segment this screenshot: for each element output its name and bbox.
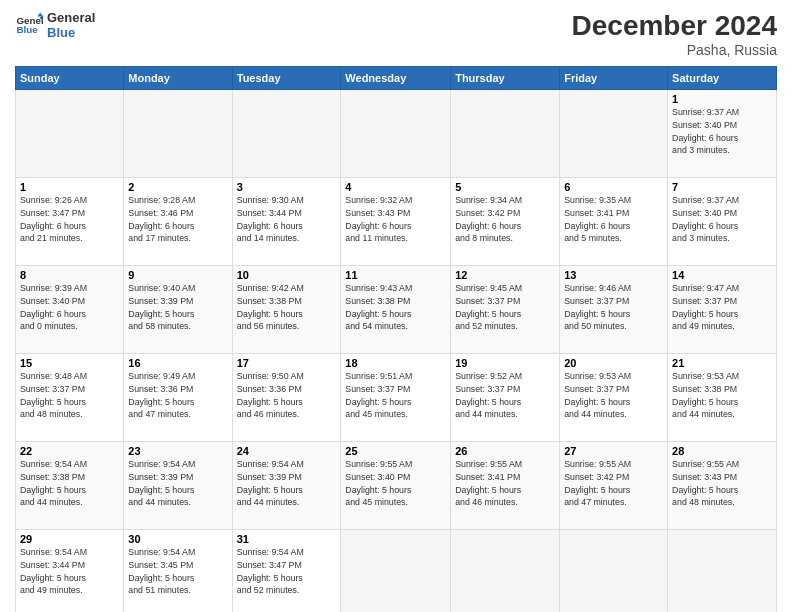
header-thursday: Thursday: [451, 67, 560, 90]
day-info: Sunrise: 9:26 AMSunset: 3:47 PMDaylight:…: [20, 194, 119, 245]
day-info: Sunrise: 9:37 AMSunset: 3:40 PMDaylight:…: [672, 194, 772, 245]
day-info: Sunrise: 9:42 AMSunset: 3:38 PMDaylight:…: [237, 282, 337, 333]
day-cell: [124, 90, 232, 178]
day-number: 7: [672, 181, 772, 193]
day-cell: 12 Sunrise: 9:45 AMSunset: 3:37 PMDaylig…: [451, 266, 560, 354]
day-cell: 11 Sunrise: 9:43 AMSunset: 3:38 PMDaylig…: [341, 266, 451, 354]
day-number: 27: [564, 445, 663, 457]
day-info: Sunrise: 9:43 AMSunset: 3:38 PMDaylight:…: [345, 282, 446, 333]
header-friday: Friday: [560, 67, 668, 90]
day-cell: [341, 530, 451, 613]
day-number: 19: [455, 357, 555, 369]
day-info: Sunrise: 9:54 AMSunset: 3:47 PMDaylight:…: [237, 546, 337, 597]
day-info: Sunrise: 9:28 AMSunset: 3:46 PMDaylight:…: [128, 194, 227, 245]
day-number: 10: [237, 269, 337, 281]
svg-text:Blue: Blue: [16, 24, 38, 35]
day-cell: 20 Sunrise: 9:53 AMSunset: 3:37 PMDaylig…: [560, 354, 668, 442]
day-cell: [451, 530, 560, 613]
day-cell: [16, 90, 124, 178]
day-number: 9: [128, 269, 227, 281]
day-number: 21: [672, 357, 772, 369]
day-number: 20: [564, 357, 663, 369]
day-number: 25: [345, 445, 446, 457]
day-info: Sunrise: 9:53 AMSunset: 3:37 PMDaylight:…: [564, 370, 663, 421]
day-cell: [560, 90, 668, 178]
day-cell: 17 Sunrise: 9:50 AMSunset: 3:36 PMDaylig…: [232, 354, 341, 442]
day-cell: 10 Sunrise: 9:42 AMSunset: 3:38 PMDaylig…: [232, 266, 341, 354]
day-cell: 1 Sunrise: 9:26 AMSunset: 3:47 PMDayligh…: [16, 178, 124, 266]
day-cell: 14 Sunrise: 9:47 AMSunset: 3:37 PMDaylig…: [668, 266, 777, 354]
day-number: 6: [564, 181, 663, 193]
day-number: 4: [345, 181, 446, 193]
day-cell: [451, 90, 560, 178]
day-cell: 4 Sunrise: 9:32 AMSunset: 3:43 PMDayligh…: [341, 178, 451, 266]
week-row-0: 1 Sunrise: 9:37 AMSunset: 3:40 PMDayligh…: [16, 90, 777, 178]
day-info: Sunrise: 9:37 AMSunset: 3:40 PMDaylight:…: [672, 106, 772, 157]
day-info: Sunrise: 9:54 AMSunset: 3:44 PMDaylight:…: [20, 546, 119, 597]
day-number: 24: [237, 445, 337, 457]
day-cell: 16 Sunrise: 9:49 AMSunset: 3:36 PMDaylig…: [124, 354, 232, 442]
day-info: Sunrise: 9:53 AMSunset: 3:38 PMDaylight:…: [672, 370, 772, 421]
day-cell: 22 Sunrise: 9:54 AMSunset: 3:38 PMDaylig…: [16, 442, 124, 530]
week-row-2: 8 Sunrise: 9:39 AMSunset: 3:40 PMDayligh…: [16, 266, 777, 354]
logo-blue: Blue: [47, 25, 95, 40]
day-number: 16: [128, 357, 227, 369]
week-row-4: 22 Sunrise: 9:54 AMSunset: 3:38 PMDaylig…: [16, 442, 777, 530]
day-cell: 2 Sunrise: 9:28 AMSunset: 3:46 PMDayligh…: [124, 178, 232, 266]
day-cell: [560, 530, 668, 613]
day-info: Sunrise: 9:55 AMSunset: 3:41 PMDaylight:…: [455, 458, 555, 509]
header-sunday: Sunday: [16, 67, 124, 90]
day-number: 26: [455, 445, 555, 457]
header-wednesday: Wednesday: [341, 67, 451, 90]
header: General Blue General Blue December 2024 …: [15, 10, 777, 58]
day-info: Sunrise: 9:54 AMSunset: 3:45 PMDaylight:…: [128, 546, 227, 597]
header-monday: Monday: [124, 67, 232, 90]
title-block: December 2024 Pasha, Russia: [572, 10, 777, 58]
day-info: Sunrise: 9:55 AMSunset: 3:40 PMDaylight:…: [345, 458, 446, 509]
day-number: 29: [20, 533, 119, 545]
day-cell: 7 Sunrise: 9:37 AMSunset: 3:40 PMDayligh…: [668, 178, 777, 266]
day-cell: 29 Sunrise: 9:54 AMSunset: 3:44 PMDaylig…: [16, 530, 124, 613]
day-number: 1: [672, 93, 772, 105]
header-tuesday: Tuesday: [232, 67, 341, 90]
day-info: Sunrise: 9:46 AMSunset: 3:37 PMDaylight:…: [564, 282, 663, 333]
day-number: 22: [20, 445, 119, 457]
day-info: Sunrise: 9:45 AMSunset: 3:37 PMDaylight:…: [455, 282, 555, 333]
day-info: Sunrise: 9:49 AMSunset: 3:36 PMDaylight:…: [128, 370, 227, 421]
day-info: Sunrise: 9:35 AMSunset: 3:41 PMDaylight:…: [564, 194, 663, 245]
day-number: 5: [455, 181, 555, 193]
day-cell: 18 Sunrise: 9:51 AMSunset: 3:37 PMDaylig…: [341, 354, 451, 442]
day-info: Sunrise: 9:39 AMSunset: 3:40 PMDaylight:…: [20, 282, 119, 333]
day-number: 3: [237, 181, 337, 193]
week-row-3: 15 Sunrise: 9:48 AMSunset: 3:37 PMDaylig…: [16, 354, 777, 442]
day-number: 28: [672, 445, 772, 457]
day-number: 18: [345, 357, 446, 369]
day-cell: 30 Sunrise: 9:54 AMSunset: 3:45 PMDaylig…: [124, 530, 232, 613]
day-number: 15: [20, 357, 119, 369]
day-info: Sunrise: 9:54 AMSunset: 3:39 PMDaylight:…: [128, 458, 227, 509]
subtitle: Pasha, Russia: [572, 42, 777, 58]
day-info: Sunrise: 9:48 AMSunset: 3:37 PMDaylight:…: [20, 370, 119, 421]
day-cell: 3 Sunrise: 9:30 AMSunset: 3:44 PMDayligh…: [232, 178, 341, 266]
day-cell: 6 Sunrise: 9:35 AMSunset: 3:41 PMDayligh…: [560, 178, 668, 266]
logo-icon: General Blue: [15, 11, 43, 39]
day-cell: [668, 530, 777, 613]
day-info: Sunrise: 9:32 AMSunset: 3:43 PMDaylight:…: [345, 194, 446, 245]
day-info: Sunrise: 9:30 AMSunset: 3:44 PMDaylight:…: [237, 194, 337, 245]
header-saturday: Saturday: [668, 67, 777, 90]
day-info: Sunrise: 9:40 AMSunset: 3:39 PMDaylight:…: [128, 282, 227, 333]
day-number: 13: [564, 269, 663, 281]
day-number: 31: [237, 533, 337, 545]
day-number: 1: [20, 181, 119, 193]
day-info: Sunrise: 9:54 AMSunset: 3:38 PMDaylight:…: [20, 458, 119, 509]
day-cell: 8 Sunrise: 9:39 AMSunset: 3:40 PMDayligh…: [16, 266, 124, 354]
day-info: Sunrise: 9:55 AMSunset: 3:43 PMDaylight:…: [672, 458, 772, 509]
day-cell: 28 Sunrise: 9:55 AMSunset: 3:43 PMDaylig…: [668, 442, 777, 530]
main-title: December 2024: [572, 10, 777, 42]
calendar-header-row: SundayMondayTuesdayWednesdayThursdayFrid…: [16, 67, 777, 90]
day-cell: 1 Sunrise: 9:37 AMSunset: 3:40 PMDayligh…: [668, 90, 777, 178]
day-number: 17: [237, 357, 337, 369]
day-number: 8: [20, 269, 119, 281]
day-cell: 25 Sunrise: 9:55 AMSunset: 3:40 PMDaylig…: [341, 442, 451, 530]
day-cell: 26 Sunrise: 9:55 AMSunset: 3:41 PMDaylig…: [451, 442, 560, 530]
